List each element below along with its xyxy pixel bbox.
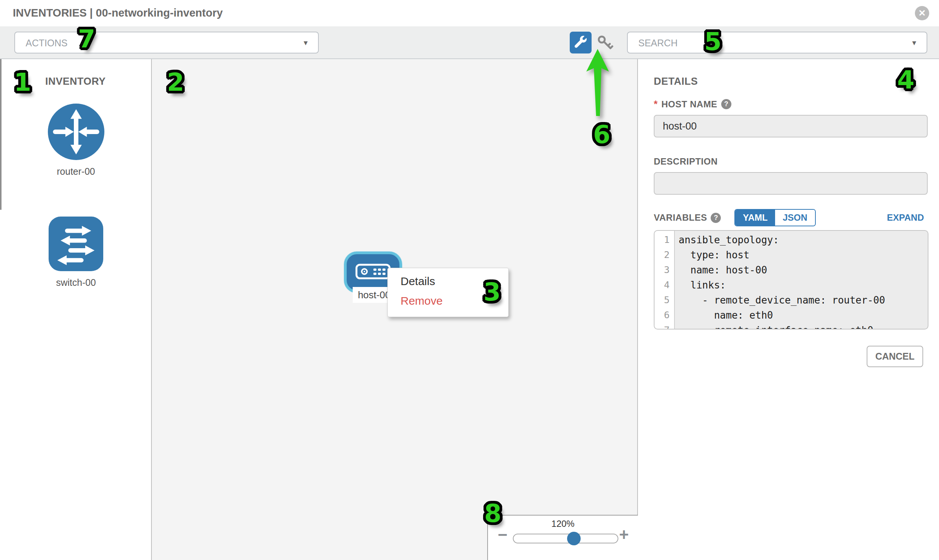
search-dropdown[interactable]: SEARCH ▼: [627, 32, 927, 54]
expand-link[interactable]: EXPAND: [887, 212, 924, 223]
palette-item-switch[interactable]: switch-00: [0, 217, 152, 288]
host-name-label-row: * HOST NAME ?: [654, 98, 731, 110]
code-line: 1 ansible_topology:: [655, 232, 928, 248]
zoom-level-value: 120%: [488, 518, 638, 529]
zoom-slider-track[interactable]: [513, 534, 618, 543]
line-number: 7: [655, 323, 674, 329]
line-text: links:: [674, 278, 726, 292]
palette-item-label: switch-00: [0, 277, 152, 288]
annotation-3: 3: [483, 278, 501, 306]
line-text: type: host: [674, 248, 749, 263]
zoom-control-panel: 120% − +: [487, 515, 638, 560]
app-header: INVENTORIES | 00-networking-inventory ✕: [0, 0, 939, 26]
inventory-sidebar: INVENTORY router-00: [0, 59, 152, 560]
line-number: 3: [655, 263, 674, 278]
chevron-down-icon: ▼: [302, 39, 309, 47]
search-dropdown-label: SEARCH: [638, 38, 677, 49]
line-text: name: host-00: [674, 263, 767, 278]
annotation-4: 4: [897, 66, 914, 94]
question-circle-icon[interactable]: ?: [711, 213, 721, 223]
line-number: 2: [655, 248, 674, 263]
menu-item-remove[interactable]: Remove: [401, 294, 443, 307]
toggle-yaml[interactable]: YAML: [735, 210, 775, 226]
toolbar: ACTIONS ▼ SEARCH ▼: [0, 26, 939, 59]
variables-format-toggle: YAML JSON: [734, 209, 816, 226]
details-panel: DETAILS * HOST NAME ? DESCRIPTION VARIAB…: [639, 59, 939, 560]
required-marker: *: [654, 98, 657, 110]
zoom-out-button[interactable]: −: [498, 525, 507, 544]
page-title: INVENTORIES | 00-networking-inventory: [13, 7, 223, 19]
wrench-icon: [575, 36, 587, 49]
palette-item-router[interactable]: router-00: [0, 103, 152, 177]
code-line: 2 type: host: [655, 248, 928, 263]
annotation-1: 1: [14, 68, 31, 97]
chevron-down-icon: ▼: [911, 39, 917, 47]
code-line: 3 name: host-00: [655, 263, 928, 278]
annotation-5: 5: [704, 27, 722, 56]
line-number: 1: [655, 232, 674, 248]
variables-row: VARIABLES ? YAML JSON EXPAND: [654, 209, 924, 226]
variables-code-editor[interactable]: 1 ansible_topology: 2 type: host 3 name:…: [654, 230, 928, 329]
close-icon[interactable]: ✕: [915, 6, 929, 20]
line-number: 6: [655, 308, 674, 323]
line-text: - remote_device_name: router-00: [674, 292, 885, 308]
zoom-in-button[interactable]: +: [619, 525, 629, 544]
code-line: 4 links:: [655, 278, 928, 292]
code-line: 5 - remote_device_name: router-00: [655, 292, 928, 308]
question-circle-icon[interactable]: ?: [721, 99, 731, 109]
cancel-button[interactable]: CANCEL: [867, 346, 923, 367]
details-panel-title: DETAILS: [654, 76, 698, 88]
actions-dropdown[interactable]: ACTIONS ▼: [14, 32, 319, 54]
annotation-8: 8: [484, 499, 501, 528]
code-line: 7 remote_interface_name: eth0: [655, 323, 928, 329]
toggle-json[interactable]: JSON: [775, 210, 815, 226]
description-label-row: DESCRIPTION: [654, 156, 718, 167]
switch-icon: [0, 217, 152, 273]
annotation-6: 6: [593, 120, 611, 149]
description-label: DESCRIPTION: [654, 156, 718, 167]
line-text: remote_interface_name: eth0: [674, 323, 873, 329]
variables-label: VARIABLES: [654, 212, 707, 223]
annotation-2: 2: [167, 68, 184, 97]
actions-dropdown-label: ACTIONS: [26, 38, 68, 49]
host-name-label: HOST NAME: [661, 99, 717, 109]
annotation-arrow-up-icon: [586, 48, 612, 119]
host-icon: [355, 264, 391, 281]
line-number: 5: [655, 292, 674, 308]
line-text: name: eth0: [674, 308, 773, 323]
description-input[interactable]: [654, 172, 928, 195]
line-number: 4: [655, 278, 674, 292]
annotation-7: 7: [78, 25, 95, 54]
inventory-topology-screen: INVENTORIES | 00-networking-inventory ✕ …: [0, 0, 939, 560]
menu-item-details[interactable]: Details: [401, 275, 435, 288]
sidebar-title: INVENTORY: [45, 76, 106, 88]
router-icon: [0, 103, 152, 162]
host-name-input[interactable]: [654, 115, 928, 137]
palette-item-label: router-00: [0, 166, 152, 177]
zoom-slider-thumb[interactable]: [567, 532, 581, 545]
line-text: ansible_topology:: [674, 232, 779, 248]
code-line: 6 name: eth0: [655, 308, 928, 323]
